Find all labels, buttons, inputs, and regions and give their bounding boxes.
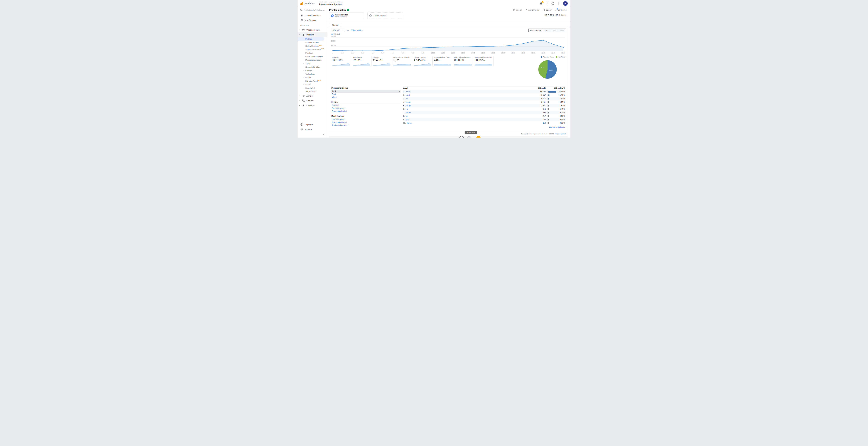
sidebar-item-active-users[interactable]: Aktivní uživatelé bbox=[298, 41, 327, 44]
sidebar-item-technology[interactable]: ▸Technologie bbox=[298, 72, 327, 76]
language-link[interactable]: pl-pl bbox=[406, 119, 409, 121]
users-by-hour-line-chart[interactable]: 10 00020 00030 000…1:002:003:004:005:006… bbox=[331, 35, 565, 55]
refresh-report-link[interactable]: Obnovit přehled bbox=[555, 133, 566, 135]
sidebar-item-conversions[interactable]: ▸Konverze bbox=[298, 103, 327, 108]
sidebar-collapse-icon[interactable]: ‹ bbox=[323, 133, 324, 136]
sidebar-item-behavior[interactable]: ▸Chování bbox=[298, 69, 327, 72]
dimension-item[interactable]: Operační systém bbox=[331, 107, 401, 110]
metric-card-2[interactable]: Noví uživatelé62 520 bbox=[351, 56, 372, 66]
language-link[interactable]: de-de bbox=[406, 112, 410, 114]
view-full-report-link[interactable]: zobrazit celý přehled bbox=[549, 126, 565, 128]
table-row[interactable]: 2.sk-sk12 96710,01 % bbox=[403, 93, 566, 97]
sidebar-item-home[interactable]: Domovská stránka bbox=[298, 13, 327, 18]
legend-item-new[interactable]: New Visitor bbox=[556, 56, 565, 58]
dimension-item[interactable]: Rozlišení obrazovky bbox=[331, 124, 401, 127]
sidebar-item-cohort-analysis[interactable]: Skupinová analýzaBETA bbox=[298, 48, 327, 51]
table-row[interactable]: 6.sk6180,48 % bbox=[403, 107, 566, 111]
dimension-item[interactable]: Jazyk▸ bbox=[331, 90, 401, 93]
metric-card-4[interactable]: Počet relací na uživatele1,82 bbox=[392, 56, 412, 66]
avatar[interactable]: JP bbox=[563, 1, 568, 6]
table-row[interactable]: 3.cs9 5757,39 % bbox=[403, 97, 566, 100]
save-button[interactable]: ULOŽIT bbox=[513, 9, 522, 11]
help-icon[interactable]: ? bbox=[551, 2, 555, 5]
column-header[interactable]: Jazyk bbox=[403, 87, 528, 89]
language-link[interactable]: sk-sk bbox=[406, 94, 410, 96]
sidebar-item-geo[interactable]: ▸Geografické údaje bbox=[298, 65, 327, 69]
export-button[interactable]: EXPORTOVAT bbox=[525, 9, 539, 11]
sidebar-item-custom[interactable]: ▸Vlastní bbox=[298, 83, 327, 86]
breadcrumb-property[interactable]: Letem světem Applem bbox=[329, 1, 343, 3]
metric-cards: Uživatelé128 883Noví uživatelé62 520Návš… bbox=[331, 56, 494, 66]
account-selector[interactable]: Letem světem Applem ▾ bbox=[319, 3, 343, 6]
table-row[interactable]: 1.cs-cz96 62374,58 % bbox=[403, 90, 566, 93]
metric-selector[interactable]: Uživatelé ▾ bbox=[331, 29, 345, 32]
sidebar-item-demographics[interactable]: ▸Demografické údaje bbox=[298, 58, 327, 62]
sidebar-item-benchmarking[interactable]: ▸Srovnávání bbox=[298, 86, 327, 90]
column-header[interactable]: Uživatelé v % bbox=[546, 87, 565, 89]
granularity-option-0[interactable]: Každou hodinu bbox=[528, 29, 543, 32]
sidebar-item-audience[interactable]: ▾Publikum bbox=[298, 32, 327, 37]
metric-card-1[interactable]: Uživatelé128 883 bbox=[331, 56, 351, 66]
apps-grid-icon[interactable] bbox=[546, 2, 549, 5]
column-header[interactable]: Uživatelé bbox=[528, 87, 546, 89]
sidebar-item-mobile[interactable]: ▸Mobilní bbox=[298, 76, 327, 79]
table-row[interactable]: 9.pl-pl1560,12 % bbox=[403, 118, 566, 121]
language-link[interactable]: cs-cz bbox=[406, 91, 410, 93]
sidebar-item-users-flow[interactable]: Tok uživatelů bbox=[298, 90, 327, 93]
dimension-item[interactable]: Poskytovatel služeb bbox=[331, 110, 401, 113]
sidebar-item-audiences[interactable]: Publikum bbox=[298, 51, 327, 55]
report-actions: ULOŽITEXPORTOVATSDÍLETSTATISTIKY bbox=[513, 9, 567, 11]
analytics-logo[interactable]: Analytics bbox=[300, 2, 315, 5]
sidebar-item-realtime[interactable]: ▸V reálném čase bbox=[298, 27, 327, 32]
table-row[interactable]: 10.hu-hu1180,09 % bbox=[403, 121, 566, 125]
metric-card-6[interactable]: Počet stránek na 1 relaci4,89 bbox=[433, 56, 453, 66]
dimension-item[interactable]: Země bbox=[331, 93, 401, 96]
metric-card-5[interactable]: Zobrazení stránek1 145 655 bbox=[412, 56, 433, 66]
metric-card-7[interactable]: Prům. doba trvání relace00:03:05 bbox=[453, 56, 473, 66]
language-link[interactable]: en-gb bbox=[406, 105, 410, 107]
dimension-item[interactable]: Město bbox=[331, 96, 401, 99]
language-link[interactable]: en-us bbox=[406, 101, 410, 103]
segment-all-users[interactable]: Všichni uživatelé 100,00 % Uživatelé bbox=[329, 12, 364, 19]
returning-visitor-swatch bbox=[541, 56, 542, 58]
table-row[interactable]: 4.en-us6 1914,78 % bbox=[403, 100, 566, 104]
dimension-item[interactable]: Poskytovatel služeb bbox=[331, 121, 401, 124]
sidebar-item-customization[interactable]: Přizpůsobení bbox=[298, 18, 327, 23]
kebab-menu-icon[interactable] bbox=[557, 2, 560, 5]
language-link[interactable]: cs bbox=[406, 98, 408, 100]
table-row[interactable]: 5.en-gb1 9411,50 % bbox=[403, 104, 566, 107]
granularity-option-1[interactable]: Den bbox=[543, 29, 550, 32]
search-input[interactable] bbox=[304, 9, 324, 11]
share-icon bbox=[543, 9, 545, 11]
sidebar-item-cross-device[interactable]: ▸Různá zařízeníBETA bbox=[298, 79, 327, 83]
legend-item-returning[interactable]: Returning Visitor bbox=[541, 56, 554, 58]
sidebar-item-user-explorer[interactable]: Průzkumník uživatelů bbox=[298, 55, 327, 58]
sidebar-item-admin[interactable]: Správce bbox=[298, 127, 327, 132]
table-row[interactable]: 7.de-de3050,24 % bbox=[403, 111, 566, 114]
sidebar-item-acquisition[interactable]: ▸Akvizice bbox=[298, 93, 327, 98]
table-row[interactable]: 8.en2170,17 % bbox=[403, 114, 566, 118]
sidebar-item-interests[interactable]: ▸Zájmy bbox=[298, 62, 327, 65]
visitor-type-pie-chart[interactable]: 53,9% 46,1% bbox=[538, 60, 557, 79]
notifications-bell-icon[interactable]: 2 bbox=[539, 2, 543, 5]
sidebar-item-overview[interactable]: Přehled bbox=[298, 37, 324, 41]
sidebar-item-discover[interactable]: Objevujte bbox=[298, 122, 327, 127]
date-range-selector[interactable]: 10. 9. 2019 - 10. 9. 2019 ▾ bbox=[545, 12, 567, 16]
share-button[interactable]: SDÍLET bbox=[543, 9, 552, 11]
metric-card-3[interactable]: Návštěvy234 516 bbox=[372, 56, 392, 66]
report-generated-note: Tento přehled byl vygenerován 11.09.19 v… bbox=[329, 131, 568, 137]
dimension-item[interactable]: Operační systém bbox=[331, 118, 401, 121]
language-link[interactable]: sk bbox=[406, 108, 408, 110]
language-link[interactable]: en bbox=[406, 115, 408, 117]
dimension-item[interactable]: Prohlížeč bbox=[331, 104, 401, 107]
row-rank: 8. bbox=[403, 115, 405, 117]
add-segment-button[interactable]: + Přidat segment bbox=[367, 12, 403, 19]
breadcrumb-all-accounts[interactable]: Všechny účty bbox=[319, 1, 328, 3]
metric-card-8[interactable]: Míra okamžitého opuštění50,09 % bbox=[473, 56, 494, 66]
tab-prehled[interactable]: Přehled bbox=[329, 23, 341, 27]
insights-button[interactable]: STATISTIKY bbox=[555, 9, 567, 11]
language-link[interactable]: hu-hu bbox=[407, 122, 412, 124]
sidebar-item-behavior[interactable]: ▸Chování bbox=[298, 98, 327, 103]
sidebar-item-lifetime-value[interactable]: Celková hodnotaBETA bbox=[298, 44, 327, 48]
select-metric-link[interactable]: Vybrat metriku bbox=[351, 29, 363, 31]
